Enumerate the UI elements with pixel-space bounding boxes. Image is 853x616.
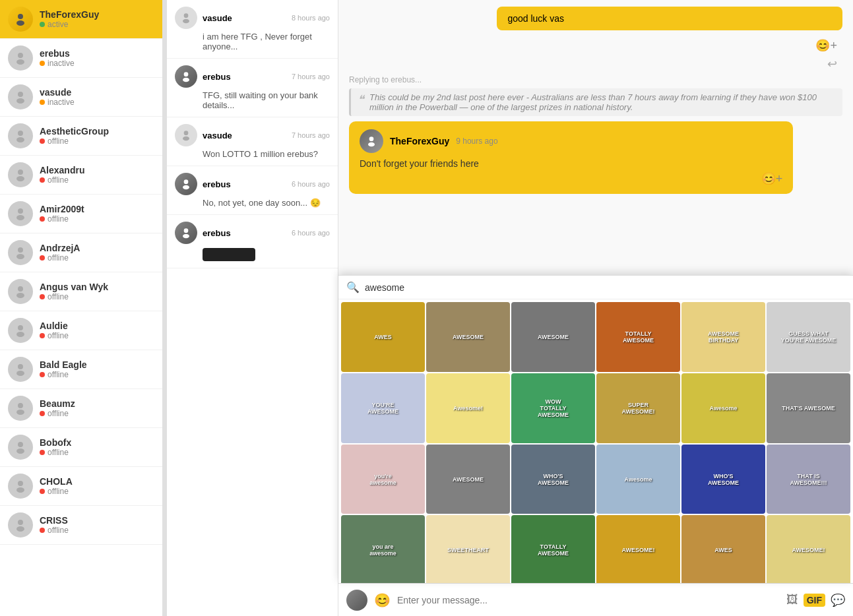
- gif-item[interactable]: WHO'S AWESOME: [681, 445, 765, 514]
- message-text: Don't forget your friends here: [360, 158, 782, 169]
- sidebar-item-beaumz[interactable]: Beaumzoffline: [0, 389, 162, 428]
- svg-point-6: [18, 131, 23, 136]
- conversation-item[interactable]: vasude7 hours agoWon LOTTO 1 million ere…: [167, 117, 338, 166]
- gif-item[interactable]: AWESOME: [511, 302, 595, 372]
- conversation-item[interactable]: vasude8 hours agoi am here TFG , Never f…: [167, 0, 338, 59]
- message-emoji-btn[interactable]: 😊+: [360, 169, 782, 186]
- chat-options-button[interactable]: 💬: [831, 593, 845, 607]
- status-text: offline: [47, 137, 69, 146]
- conv-header: vasude8 hours ago: [175, 7, 330, 29]
- sidebar-item-auldie[interactable]: Auldieoffline: [0, 311, 162, 350]
- gif-item[interactable]: AWESOME!: [596, 515, 680, 583]
- conv-username: vasude: [203, 131, 232, 140]
- gif-item[interactable]: TOTALLY AWESOME: [511, 515, 595, 583]
- gif-item[interactable]: Awesome: [681, 373, 765, 443]
- username-label: vasude: [40, 87, 75, 98]
- conv-text: No, not yet, one day soon... 😔: [175, 198, 330, 208]
- conv-header: erebus7 hours ago: [175, 65, 330, 88]
- gif-item[interactable]: THAT IS AWESOME!!!: [767, 445, 850, 514]
- gif-item[interactable]: AWES: [681, 515, 765, 583]
- svg-point-10: [18, 208, 23, 214]
- sidebar-item-bobofx[interactable]: Bobofxoffline: [0, 428, 162, 467]
- sidebar-item-andrzeja[interactable]: AndrzejAoffline: [0, 233, 162, 272]
- user-info: Alexandruoffline: [40, 165, 84, 185]
- gif-item[interactable]: WOW TOTALLY AWESOME: [511, 373, 595, 443]
- gif-item[interactable]: AWESOME: [426, 302, 510, 372]
- gif-item[interactable]: you're awesome: [341, 445, 425, 514]
- gif-item[interactable]: AWESOME BIRTHDAY: [681, 302, 765, 372]
- conversation-item[interactable]: erebus6 hours agoNo, not yet, one day so…: [167, 166, 338, 215]
- status-label: offline: [40, 487, 73, 496]
- gif-item[interactable]: AWES: [341, 302, 425, 372]
- status-label: inactive: [40, 98, 75, 107]
- status-label: inactive: [40, 59, 75, 68]
- user-info: Bobofxoffline: [40, 437, 71, 457]
- sidebar-item-chola[interactable]: CHOLAoffline: [0, 467, 162, 506]
- gif-button[interactable]: GIF: [804, 594, 825, 607]
- username-label: erebus: [40, 48, 75, 59]
- gif-search-input[interactable]: [365, 282, 845, 293]
- emoji-button[interactable]: 😊: [374, 592, 391, 608]
- sidebar-item-criss[interactable]: CRISSoffline: [0, 506, 162, 545]
- svg-point-18: [18, 364, 23, 369]
- svg-point-25: [16, 487, 24, 493]
- svg-point-5: [16, 98, 24, 104]
- svg-point-11: [16, 215, 24, 220]
- svg-point-28: [184, 13, 189, 18]
- svg-point-26: [18, 520, 23, 525]
- sidebar-item-angus-van-wyk[interactable]: Angus van Wykoffline: [0, 272, 162, 311]
- sidebar-item-amir2009t[interactable]: Amir2009toffline: [0, 195, 162, 233]
- sidebar-item-aestheticgroup[interactable]: AestheticGroupoffline: [0, 117, 162, 156]
- sidebar-item-bald-eagle[interactable]: Bald Eagleoffline: [0, 350, 162, 389]
- gif-item[interactable]: SWEETHEART: [426, 515, 510, 583]
- message-input[interactable]: [397, 595, 780, 605]
- conv-avatar: [175, 7, 197, 29]
- status-dot: [40, 177, 45, 183]
- emoji-reaction-btn[interactable]: 😊+: [349, 36, 842, 55]
- sidebar-item-alexandru[interactable]: Alexandruoffline: [0, 156, 162, 195]
- svg-point-34: [184, 179, 189, 184]
- reply-button[interactable]: ↩: [349, 55, 842, 73]
- gif-item[interactable]: SUPER AWESOME!: [596, 373, 680, 443]
- status-text: active: [47, 20, 68, 29]
- conversation-item[interactable]: erebus6 hours ago: [167, 215, 338, 268]
- gif-item[interactable]: THAT'S AWESOME: [767, 373, 850, 443]
- gif-item[interactable]: you are awesome: [341, 515, 425, 583]
- conv-text: i am here TFG , Never forget anyone...: [175, 32, 330, 51]
- gif-item[interactable]: Awesome: [596, 445, 680, 514]
- conversation-item[interactable]: erebus7 hours agoTFG, still waiting on y…: [167, 59, 338, 117]
- svg-point-21: [16, 410, 24, 415]
- svg-point-3: [16, 59, 24, 65]
- input-actions: 🖼 GIF 💬: [786, 593, 845, 607]
- avatar: [8, 357, 33, 382]
- sidebar-item-theforexguy[interactable]: TheForexGuyactive: [0, 0, 162, 39]
- sidebar-item-vasude[interactable]: vasudeinactive: [0, 78, 162, 117]
- conv-time: 6 hours ago: [292, 180, 330, 188]
- gif-item[interactable]: AWESOME: [426, 445, 510, 514]
- gif-item[interactable]: TOTALLY AWESOME: [596, 302, 680, 372]
- gif-item[interactable]: AWESOME!: [767, 515, 850, 583]
- avatar: [8, 201, 33, 226]
- gif-item[interactable]: GUESS WHAT YOU'RE AWESOME: [767, 302, 850, 372]
- username-label: Angus van Wyk: [40, 282, 108, 292]
- svg-point-24: [18, 481, 23, 486]
- message-time: 9 hours ago: [456, 137, 497, 146]
- sidebar: TheForexGuyactiveerebusinactivevasudeina…: [0, 0, 163, 616]
- conv-avatar: [175, 173, 197, 195]
- image-upload-button[interactable]: 🖼: [786, 593, 798, 607]
- gif-search-bar: 🔍: [338, 276, 853, 299]
- svg-point-36: [184, 228, 189, 233]
- svg-point-7: [16, 137, 24, 142]
- gif-item[interactable]: WHO'S AWESOME: [511, 445, 595, 514]
- gif-item[interactable]: YOU'RE AWESOME: [341, 373, 425, 443]
- gif-item[interactable]: Awesome!: [426, 373, 510, 443]
- svg-point-2: [18, 53, 23, 58]
- svg-point-16: [18, 325, 23, 330]
- status-dot: [40, 528, 45, 533]
- username-label: AestheticGroup: [40, 126, 109, 137]
- sidebar-item-erebus[interactable]: erebusinactive: [0, 39, 162, 78]
- status-dot: [40, 22, 45, 27]
- username-label: CRISS: [40, 515, 69, 526]
- replying-to-label: Replying to erebus...: [349, 73, 842, 86]
- avatar: [8, 435, 33, 460]
